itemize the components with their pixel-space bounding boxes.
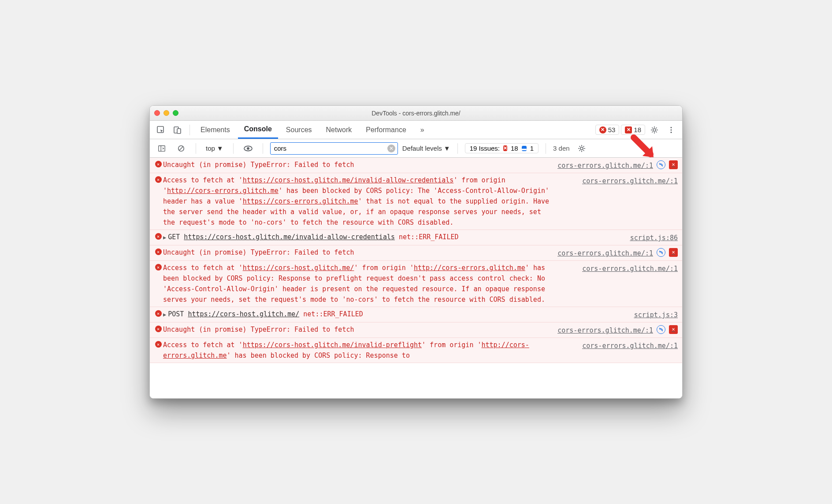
devtools-window: DevTools - cors-errors.glitch.me/ Elemen… [149,105,683,399]
filter-input[interactable] [270,142,398,155]
error-circle-icon: ✕ [155,176,162,183]
tab-sources[interactable]: Sources [280,121,318,139]
request-url[interactable]: https://cors-host.glitch.me/ [188,310,299,318]
error-count: 53 [608,126,616,133]
svg-point-12 [580,147,583,150]
message-url[interactable]: https://cors-host.glitch.me/invalid-allo… [243,176,454,184]
clear-console-icon[interactable] [174,142,189,155]
message-source-link[interactable]: cors-errors.glitch.me/:1 [582,176,678,186]
log-levels-selector[interactable]: Default levels ▼ [402,145,450,152]
message-url[interactable]: https://cors-errors.glitch.me [243,197,358,205]
svg-point-3 [653,129,656,131]
separator [196,143,196,154]
svg-point-4 [670,127,672,128]
issue-link-icon[interactable]: ✕ [669,248,678,257]
hidden-messages-label[interactable]: 3 den [553,145,570,152]
separator [546,143,546,154]
error-circle-icon: ✕ [155,233,162,240]
dropdown-icon: ▼ [444,145,450,152]
svg-point-11 [247,147,249,150]
request-status: net::ERR_FAILED [303,310,363,318]
context-selector[interactable]: top ▼ [203,143,226,153]
tab-bar: Elements Console Sources Network Perform… [150,121,682,139]
error-circle-icon: ✕ [155,326,162,332]
console-toolbar: top ▼ ✕ Default levels ▼ 19 Issues: ✕ 18… [150,139,682,158]
more-menu-icon[interactable] [664,123,679,137]
message-source-link[interactable]: cors-errors.glitch.me/:1 [582,263,678,274]
annotation-arrow-icon [629,133,660,164]
message-origin[interactable]: http://cors-errors.glitch.me [414,264,525,272]
replay-xhr-icon[interactable] [657,248,665,257]
console-message[interactable]: ✕▶POST https://cors-host.glitch.me/ net:… [150,307,682,322]
request-url[interactable]: https://cors-host.glitch.me/invalid-allo… [184,233,395,241]
issues-total-label: 19 Issues: [470,145,500,152]
message-url[interactable]: https://cors-host.glitch.me/ [243,264,354,272]
console-message[interactable]: ✕Access to fetch at 'https://cors-host.g… [150,338,682,363]
issue-info-icon: ▬ [522,146,527,151]
console-message[interactable]: ✕Uncaught (in promise) TypeError: Failed… [150,245,682,261]
message-source-link[interactable]: cors-errors.glitch.me/:1 [582,341,678,351]
levels-label: Default levels [402,145,442,152]
separator [457,143,458,154]
console-message[interactable]: ✕Access to fetch at 'https://cors-host.g… [150,261,682,307]
issue-link-icon[interactable]: ✕ [669,325,678,334]
svg-rect-2 [177,129,181,133]
window-title: DevTools - cors-errors.glitch.me/ [150,110,682,117]
issue-link-icon[interactable]: ✕ [669,160,678,169]
sidebar-toggle-icon[interactable] [154,142,169,155]
dropdown-icon: ▼ [217,145,223,152]
message-origin[interactable]: http://cors-errors.glitch.me [167,187,279,195]
filter-input-wrap: ✕ [270,142,398,155]
console-message[interactable]: ✕▶GET https://cors-host.glitch.me/invali… [150,230,682,245]
error-circle-icon: ✕ [155,264,162,271]
svg-point-5 [670,129,672,130]
expand-icon[interactable]: ▶ [163,311,166,319]
error-circle-icon: ✕ [155,341,162,348]
tab-console[interactable]: Console [238,121,278,139]
error-counter[interactable]: ✕ 53 [595,125,620,135]
issues-errors: 18 [511,145,518,152]
tab-elements[interactable]: Elements [194,121,236,139]
error-circle-icon: ✕ [155,310,162,317]
device-toolbar-icon[interactable] [170,123,185,137]
request-method: POST [168,310,188,318]
console-message[interactable]: ✕Access to fetch at 'https://cors-host.g… [150,173,682,230]
message-text: Uncaught (in promise) TypeError: Failed … [163,326,354,334]
issue-error-icon: ✕ [625,126,632,133]
svg-line-9 [179,146,183,150]
message-url[interactable]: https://cors-host.glitch.me/invalid-pref… [243,341,422,349]
issue-count: 18 [634,126,641,133]
replay-xhr-icon[interactable] [657,325,665,334]
error-icon: ✕ [599,126,606,133]
request-method: GET [168,233,184,241]
live-expression-icon[interactable] [241,142,256,155]
issues-box[interactable]: 19 Issues: ✕ 18 ▬ 1 [465,143,539,153]
message-source-link[interactable]: cors-errors.glitch.me/:1 [557,248,653,259]
issues-info: 1 [530,145,534,152]
window-titlebar: DevTools - cors-errors.glitch.me/ [150,106,682,121]
message-source-link[interactable]: cors-errors.glitch.me/:1 [557,325,653,336]
console-message[interactable]: ✕Uncaught (in promise) TypeError: Failed… [150,322,682,338]
tab-performance[interactable]: Performance [360,121,412,139]
console-message[interactable]: ✕Uncaught (in promise) TypeError: Failed… [150,158,682,173]
console-messages[interactable]: ✕Uncaught (in promise) TypeError: Failed… [150,158,682,398]
separator [263,143,263,154]
inspect-element-icon[interactable] [153,123,168,137]
request-status: net::ERR_FAILED [399,233,458,241]
separator [233,143,234,154]
tab-network[interactable]: Network [320,121,358,139]
clear-filter-icon[interactable]: ✕ [387,145,395,152]
context-label: top [206,145,215,152]
message-source-link[interactable]: script.js:3 [634,310,678,320]
message-text: Uncaught (in promise) TypeError: Failed … [163,248,354,256]
error-circle-icon: ✕ [155,161,162,167]
expand-icon[interactable]: ▶ [163,233,166,242]
message-source-link[interactable]: script.js:86 [630,233,678,243]
svg-point-6 [670,131,672,133]
tabs-overflow[interactable]: » [414,121,431,139]
error-circle-icon: ✕ [155,248,162,255]
separator [189,125,190,135]
message-text: Uncaught (in promise) TypeError: Failed … [163,161,354,169]
console-settings-icon[interactable] [574,142,589,155]
issue-error-icon: ✕ [503,145,507,151]
